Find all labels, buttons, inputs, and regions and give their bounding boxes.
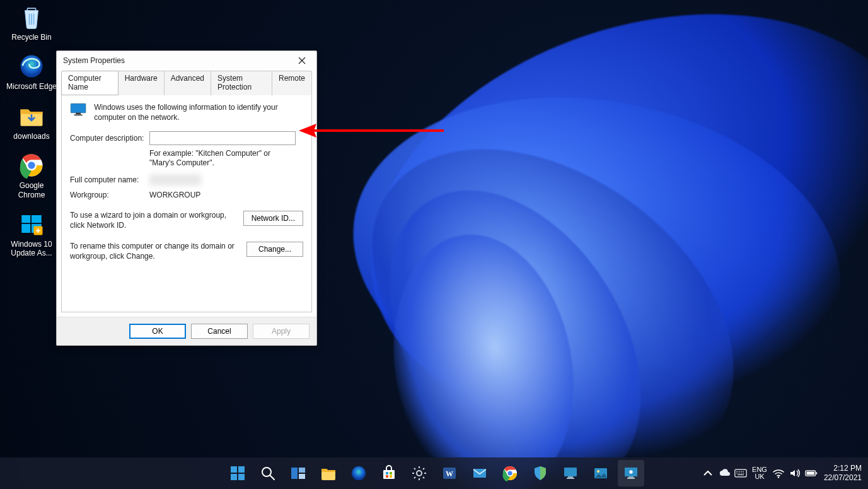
- svg-rect-12: [74, 114, 83, 115]
- search-button[interactable]: [255, 460, 281, 486]
- tab-remote[interactable]: Remote: [272, 71, 312, 95]
- svg-rect-11: [76, 113, 81, 115]
- folder-icon: [18, 103, 45, 129]
- tray-volume[interactable]: [789, 467, 801, 480]
- monitor-icon: [562, 465, 579, 481]
- svg-point-21: [352, 466, 366, 480]
- svg-rect-24: [390, 472, 392, 474]
- close-icon: [298, 57, 306, 64]
- edge-icon: [18, 53, 45, 80]
- desktop-icon-label: Google Chrome: [6, 181, 57, 199]
- start-button[interactable]: [224, 460, 251, 486]
- mail-icon: [472, 465, 488, 481]
- close-button[interactable]: [287, 51, 316, 70]
- taskbar-chrome[interactable]: [497, 460, 523, 486]
- svg-rect-26: [390, 475, 392, 478]
- system-properties-icon: [623, 465, 639, 481]
- tray-wifi[interactable]: [772, 467, 785, 480]
- tab-computer-name[interactable]: Computer Name: [61, 71, 119, 95]
- svg-rect-40: [628, 476, 634, 478]
- svg-rect-30: [473, 469, 486, 478]
- desktop-icon-chrome[interactable]: Google Chrome: [4, 152, 59, 199]
- dialog-title: System Properties: [63, 56, 287, 65]
- cancel-button[interactable]: Cancel: [191, 324, 248, 339]
- tab-hardware[interactable]: Hardware: [119, 71, 165, 95]
- taskbar-system-properties[interactable]: [618, 460, 644, 486]
- svg-rect-41: [627, 478, 635, 479]
- task-view-button[interactable]: [285, 460, 311, 486]
- intro-text: Windows uses the following information t…: [94, 103, 303, 122]
- desktop-icon-recycle-bin[interactable]: Recycle Bin: [4, 4, 59, 42]
- svg-point-43: [778, 476, 779, 478]
- full-computer-name-label: Full computer name:: [70, 175, 149, 184]
- taskbar-security[interactable]: [527, 460, 553, 486]
- svg-rect-35: [568, 476, 573, 478]
- svg-rect-19: [299, 468, 305, 473]
- taskbar-file-explorer[interactable]: [315, 460, 342, 486]
- svg-point-17: [262, 468, 271, 476]
- computer-description-input[interactable]: [149, 131, 296, 145]
- windows-update-icon: [18, 211, 45, 237]
- svg-rect-23: [386, 472, 388, 474]
- taskbar: W ENG UK: [0, 457, 868, 489]
- search-icon: [260, 465, 276, 481]
- workgroup-value: WORKGROUP: [149, 191, 200, 199]
- svg-rect-45: [806, 472, 814, 475]
- desktop-icon-edge[interactable]: Microsoft Edge: [4, 53, 59, 91]
- chrome-icon: [18, 152, 45, 179]
- tray-keyboard[interactable]: [734, 467, 747, 480]
- svg-rect-4: [21, 215, 30, 223]
- battery-icon: [805, 469, 818, 478]
- task-view-icon: [290, 465, 306, 481]
- taskbar-screen-tool[interactable]: [557, 460, 584, 486]
- desktop-icon-label: Microsoft Edge: [6, 82, 57, 91]
- monitor-icon: [70, 103, 86, 121]
- shield-icon: [532, 465, 548, 481]
- tab-content: Windows uses the following information t…: [61, 95, 312, 312]
- taskbar-photos[interactable]: [587, 460, 614, 486]
- svg-rect-22: [383, 470, 395, 479]
- annotation-arrow: [299, 123, 444, 138]
- svg-rect-15: [231, 474, 237, 480]
- clock-date: 22/07/2021: [824, 473, 862, 483]
- language-indicator[interactable]: ENG UK: [751, 464, 768, 483]
- svg-rect-46: [816, 472, 817, 474]
- computer-description-label: Computer description:: [70, 134, 149, 143]
- tray-battery[interactable]: [805, 467, 818, 480]
- gear-icon: [411, 465, 427, 481]
- svg-rect-6: [21, 224, 30, 233]
- ok-button[interactable]: OK: [129, 324, 186, 339]
- taskbar-settings[interactable]: [406, 460, 432, 486]
- word-icon: W: [441, 465, 458, 481]
- tab-system-protection[interactable]: System Protection: [211, 71, 272, 95]
- svg-rect-36: [567, 478, 574, 479]
- svg-rect-18: [291, 468, 298, 479]
- tray-chevron-up[interactable]: [702, 467, 714, 480]
- tray-onedrive[interactable]: [718, 467, 731, 480]
- photos-icon: [593, 465, 609, 481]
- network-id-button[interactable]: Network ID...: [243, 211, 303, 226]
- svg-rect-14: [238, 466, 245, 473]
- taskbar-mail[interactable]: [466, 460, 493, 486]
- change-button[interactable]: Change...: [246, 242, 303, 257]
- taskbar-word[interactable]: W: [436, 460, 463, 486]
- desktop-icon-downloads[interactable]: downloads: [4, 103, 59, 141]
- taskbar-store[interactable]: [376, 460, 402, 486]
- desktop-icon-label: Windows 10 Update As...: [6, 240, 57, 258]
- desktop-icon-label: Recycle Bin: [11, 33, 51, 42]
- recycle-bin-icon: [18, 4, 45, 30]
- taskbar-edge[interactable]: [345, 460, 372, 486]
- tab-advanced[interactable]: Advanced: [165, 71, 211, 95]
- chrome-icon: [502, 465, 518, 481]
- svg-rect-20: [299, 474, 305, 479]
- language-bottom: UK: [755, 473, 764, 480]
- desktop-icon-win10-update[interactable]: Windows 10 Update As...: [4, 211, 59, 258]
- windows-logo-icon: [229, 465, 246, 481]
- full-computer-name-value: [149, 174, 201, 186]
- system-properties-dialog: System Properties Computer Name Hardware…: [56, 50, 317, 346]
- dialog-titlebar[interactable]: System Properties: [57, 51, 316, 70]
- svg-rect-9: [71, 103, 86, 112]
- clock-time: 2:12 PM: [833, 464, 862, 473]
- desktop-icon-label: downloads: [13, 132, 49, 141]
- clock[interactable]: 2:12 PM 22/07/2021: [821, 464, 862, 483]
